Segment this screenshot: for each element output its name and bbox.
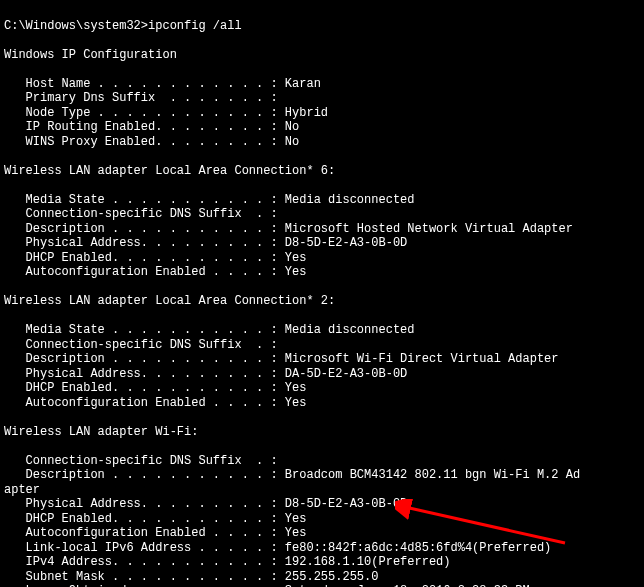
a6-conn-suffix-row: Connection-specific DNS Suffix . : (4, 207, 278, 221)
wins-proxy-row: WINS Proxy Enabled. . . . . . . . : No (4, 135, 299, 149)
value: Yes (285, 381, 307, 395)
w-conn-suffix-row: Connection-specific DNS Suffix . : (4, 454, 278, 468)
label: IPv4 Address. . . . . . . . . . . : (4, 555, 285, 569)
value: 255.255.255.0 (285, 570, 379, 584)
label: Media State . . . . . . . . . . . : (4, 193, 285, 207)
value: fe80::842f:a6dc:4d85:6fd%4(Preferred) (285, 541, 551, 555)
label: Autoconfiguration Enabled . . . . : (4, 526, 285, 540)
value: D8-5D-E2-A3-0B-0D (285, 497, 407, 511)
value: Microsoft Hosted Network Virtual Adapter (285, 222, 573, 236)
value: Microsoft Wi-Fi Direct Virtual Adapter (285, 352, 559, 366)
label: Description . . . . . . . . . . . : (4, 222, 285, 236)
value: Media disconnected (285, 323, 415, 337)
label: DHCP Enabled. . . . . . . . . . . : (4, 251, 285, 265)
w-linklocal-ipv6-row: Link-local IPv6 Address . . . . . : fe80… (4, 541, 551, 555)
label: Link-local IPv6 Address . . . . . : (4, 541, 285, 555)
value: Karan (285, 77, 321, 91)
a6-physical-address-row: Physical Address. . . . . . . . . : D8-5… (4, 236, 407, 250)
primary-dns-suffix-row: Primary Dns Suffix . . . . . . . : (4, 91, 278, 105)
w-description-wrap: apter (4, 483, 40, 497)
label: Media State . . . . . . . . . . . : (4, 323, 285, 337)
value: Yes (285, 396, 307, 410)
label: Physical Address. . . . . . . . . : (4, 367, 285, 381)
value: No (285, 120, 299, 134)
value: Yes (285, 526, 307, 540)
a2-physical-address-row: Physical Address. . . . . . . . . : DA-5… (4, 367, 407, 381)
label: Description . . . . . . . . . . . : (4, 468, 285, 482)
label: Description . . . . . . . . . . . : (4, 352, 285, 366)
label: Node Type . . . . . . . . . . . . : (4, 106, 285, 120)
a6-description-row: Description . . . . . . . . . . . : Micr… (4, 222, 573, 236)
label: Autoconfiguration Enabled . . . . : (4, 396, 285, 410)
label: Subnet Mask . . . . . . . . . . . : (4, 570, 285, 584)
value: Broadcom BCM43142 802.11 bgn Wi-Fi M.2 A… (285, 468, 580, 482)
value: Hybrid (285, 106, 328, 120)
label: WINS Proxy Enabled. . . . . . . . : (4, 135, 285, 149)
a6-autoconfig-row: Autoconfiguration Enabled . . . . : Yes (4, 265, 306, 279)
a2-autoconfig-row: Autoconfiguration Enabled . . . . : Yes (4, 396, 306, 410)
a6-dhcp-enabled-row: DHCP Enabled. . . . . . . . . . . : Yes (4, 251, 306, 265)
wifi-title: Wireless LAN adapter Wi-Fi: (4, 425, 198, 439)
ip-routing-row: IP Routing Enabled. . . . . . . . : No (4, 120, 299, 134)
svg-line-1 (405, 507, 565, 543)
label: Autoconfiguration Enabled . . . . : (4, 265, 285, 279)
a6-media-state-row: Media State . . . . . . . . . . . : Medi… (4, 193, 414, 207)
w-dhcp-enabled-row: DHCP Enabled. . . . . . . . . . . : Yes (4, 512, 306, 526)
label: DHCP Enabled. . . . . . . . . . . : (4, 381, 285, 395)
w-autoconfig-row: Autoconfiguration Enabled . . . . : Yes (4, 526, 306, 540)
value: D8-5D-E2-A3-0B-0D (285, 236, 407, 250)
adapter2-title: Wireless LAN adapter Local Area Connecti… (4, 294, 335, 308)
adapter6-title: Wireless LAN adapter Local Area Connecti… (4, 164, 335, 178)
hostname-row: Host Name . . . . . . . . . . . . : Kara… (4, 77, 321, 91)
label: Host Name . . . . . . . . . . . . : (4, 77, 285, 91)
a2-dhcp-enabled-row: DHCP Enabled. . . . . . . . . . . : Yes (4, 381, 306, 395)
w-subnet-mask-row: Subnet Mask . . . . . . . . . . . : 255.… (4, 570, 378, 584)
value: Yes (285, 512, 307, 526)
label: DHCP Enabled. . . . . . . . . . . : (4, 512, 285, 526)
value: No (285, 135, 299, 149)
value: Yes (285, 251, 307, 265)
terminal-output: C:\Windows\system32>ipconfig /all Window… (0, 0, 644, 587)
label: IP Routing Enabled. . . . . . . . : (4, 120, 285, 134)
value: DA-5D-E2-A3-0B-0D (285, 367, 407, 381)
w-description-row: Description . . . . . . . . . . . : Broa… (4, 468, 580, 482)
a2-media-state-row: Media State . . . . . . . . . . . : Medi… (4, 323, 414, 337)
label: Physical Address. . . . . . . . . : (4, 236, 285, 250)
command-prompt: C:\Windows\system32>ipconfig /all (4, 19, 242, 33)
node-type-row: Node Type . . . . . . . . . . . . : Hybr… (4, 106, 328, 120)
value: Media disconnected (285, 193, 415, 207)
w-ipv4-row: IPv4 Address. . . . . . . . . . . : 192.… (4, 555, 451, 569)
section-title: Windows IP Configuration (4, 48, 177, 62)
label: Physical Address. . . . . . . . . : (4, 497, 285, 511)
w-physical-address-row: Physical Address. . . . . . . . . : D8-5… (4, 497, 407, 511)
value: Yes (285, 265, 307, 279)
a2-conn-suffix-row: Connection-specific DNS Suffix . : (4, 338, 278, 352)
value: 192.168.1.10(Preferred) (285, 555, 451, 569)
a2-description-row: Description . . . . . . . . . . . : Micr… (4, 352, 559, 366)
